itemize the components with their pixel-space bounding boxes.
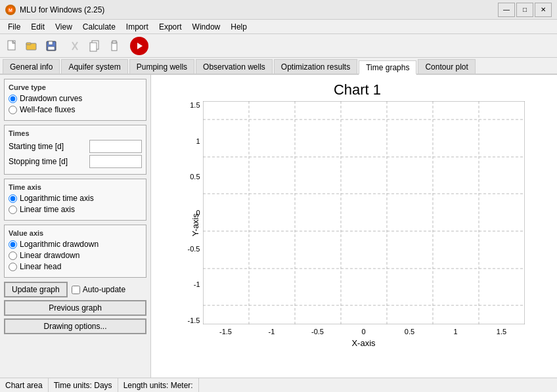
menu-help[interactable]: Help: [225, 21, 252, 33]
svg-text:M: M: [9, 8, 12, 12]
menu-export[interactable]: Export: [154, 21, 187, 33]
toolbar-save[interactable]: [42, 37, 60, 55]
svg-rect-4: [26, 43, 31, 45]
toolbar-run[interactable]: [130, 37, 148, 55]
status-extra: [199, 378, 557, 392]
auto-update-checkbox[interactable]: [72, 286, 80, 294]
menu-window[interactable]: Window: [187, 21, 226, 33]
status-time-units: Time units: Days: [49, 378, 118, 392]
starting-time-input[interactable]: 0.001: [89, 140, 142, 153]
x-tick-0: 0: [341, 328, 387, 336]
menu-view[interactable]: View: [50, 21, 78, 33]
menu-bar: File Edit View Calculate Import Export W…: [0, 20, 557, 34]
radio-linear-head[interactable]: Linear head: [9, 262, 142, 271]
tab-general-info[interactable]: General info: [3, 59, 60, 74]
x-tick-n1: -1: [249, 328, 295, 336]
x-tick-1: 1: [433, 328, 479, 336]
radio-linear-drawdown[interactable]: Linear drawdown: [9, 251, 142, 260]
radio-log-drawdown[interactable]: Logarithmic drawdown: [9, 240, 142, 249]
svg-rect-15: [203, 101, 525, 324]
curve-type-title: Curve type: [9, 83, 142, 91]
chart-inner: 1.5 1 0.5 0 -0.5 -1 -1.5: [203, 101, 525, 348]
radio-log-time[interactable]: Logarithmic time axis: [9, 194, 142, 203]
close-button[interactable]: ✕: [535, 3, 552, 17]
chart-plot: [203, 101, 525, 324]
menu-edit[interactable]: Edit: [26, 21, 50, 33]
minimize-button[interactable]: —: [498, 3, 515, 17]
curve-type-group: Curve type Drawdown curves Well-face flu…: [4, 79, 146, 121]
times-title: Times: [9, 129, 142, 137]
tab-pumping-wells[interactable]: Pumping wells: [129, 59, 194, 74]
radio-wellface-input[interactable]: [9, 106, 17, 114]
tab-optimization-results[interactable]: Optimization results: [274, 59, 357, 74]
svg-rect-7: [48, 47, 55, 50]
previous-graph-button[interactable]: Previous graph: [4, 300, 146, 316]
auto-update-label[interactable]: Auto-update: [72, 285, 125, 294]
toolbar-cut[interactable]: [66, 37, 84, 55]
starting-time-label: Starting time [d]: [9, 142, 64, 151]
tab-contour-plot[interactable]: Contour plot: [418, 59, 475, 74]
drawing-options-button[interactable]: Drawing options...: [4, 318, 146, 334]
radio-drawdown-input[interactable]: [9, 95, 17, 103]
radio-linear-time-input[interactable]: [9, 206, 17, 214]
time-axis-group: Time axis Logarithmic time axis Linear t…: [4, 179, 146, 221]
toolbar-new[interactable]: [3, 37, 21, 55]
y-tick-1.5: 1.5: [181, 101, 200, 109]
left-panel: Curve type Drawdown curves Well-face flu…: [0, 75, 151, 378]
chart-area: Chart 1 Y-axis 1.5 1 0.5 0 -0.5 -1 -1.5: [151, 75, 557, 378]
x-tick-0.5: 0.5: [387, 328, 433, 336]
stopping-time-row: Stopping time [d] 1000: [9, 155, 142, 168]
y-tick-n1.5: -1.5: [181, 316, 200, 324]
menu-import[interactable]: Import: [121, 21, 154, 33]
window-controls[interactable]: — □ ✕: [498, 3, 552, 17]
app-icon: M: [5, 5, 16, 15]
maximize-button[interactable]: □: [516, 3, 533, 17]
radio-well-face-fluxes[interactable]: Well-face fluxes: [9, 105, 142, 114]
x-axis-label: X-axis: [203, 338, 525, 348]
chart-title: Chart 1: [334, 81, 381, 98]
menu-calculate[interactable]: Calculate: [78, 21, 121, 33]
radio-log-dd-input[interactable]: [9, 240, 17, 249]
chart-wrapper: Y-axis 1.5 1 0.5 0 -0.5 -1 -1.5: [190, 101, 525, 348]
starting-time-row: Starting time [d] 0.001: [9, 140, 142, 153]
y-tick-1: 1: [181, 137, 200, 145]
title-text: MLU for Windows (2.25): [20, 5, 104, 14]
time-axis-title: Time axis: [9, 183, 142, 191]
tabs-bar: General info Aquifer system Pumping well…: [0, 58, 557, 75]
radio-drawdown-curves[interactable]: Drawdown curves: [9, 94, 142, 103]
value-axis-title: Value axis: [9, 229, 142, 237]
svg-rect-13: [112, 41, 116, 43]
x-tick-n0.5: -0.5: [295, 328, 341, 336]
stopping-time-label: Stopping time [d]: [9, 157, 68, 166]
y-ticks: 1.5 1 0.5 0 -0.5 -1 -1.5: [181, 101, 200, 324]
value-axis-group: Value axis Logarithmic drawdown Linear d…: [4, 225, 146, 278]
tab-time-graphs[interactable]: Time graphs: [359, 60, 416, 75]
toolbar-open[interactable]: [22, 37, 41, 55]
menu-file[interactable]: File: [3, 21, 26, 33]
svg-marker-14: [137, 43, 143, 49]
svg-rect-6: [49, 41, 53, 45]
x-ticks: -1.5 -1 -0.5 0 0.5 1 1.5: [203, 328, 525, 336]
main-content: Curve type Drawdown curves Well-face flu…: [0, 75, 557, 378]
tab-aquifer-system[interactable]: Aquifer system: [61, 59, 127, 74]
toolbar: [0, 34, 557, 58]
svg-rect-11: [90, 43, 97, 51]
x-tick-n1.5: -1.5: [203, 328, 249, 336]
stopping-time-input[interactable]: 1000: [89, 155, 142, 168]
toolbar-copy[interactable]: [85, 37, 104, 55]
times-group: Times Starting time [d] 0.001 Stopping t…: [4, 125, 146, 175]
radio-log-time-input[interactable]: [9, 194, 17, 203]
status-chart-area: Chart area: [0, 378, 49, 392]
status-length-units: Length units: Meter:: [118, 378, 199, 392]
tab-observation-wells[interactable]: Observation wells: [196, 59, 273, 74]
radio-linear-time[interactable]: Linear time axis: [9, 205, 142, 214]
x-tick-1.5: 1.5: [479, 328, 525, 336]
status-bar: Chart area Time units: Days Length units…: [0, 378, 557, 392]
radio-linear-head-input[interactable]: [9, 263, 17, 271]
radio-linear-dd-input[interactable]: [9, 251, 17, 260]
y-tick-0.5: 0.5: [181, 173, 200, 181]
update-row: Update graph Auto-update: [4, 282, 146, 297]
toolbar-paste[interactable]: [105, 37, 123, 55]
update-graph-button[interactable]: Update graph: [4, 282, 68, 297]
y-tick-0: 0: [181, 209, 200, 217]
